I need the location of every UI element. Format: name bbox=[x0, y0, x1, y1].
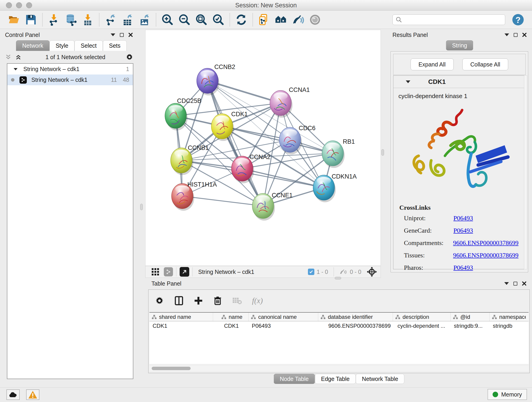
detach-view-button[interactable] bbox=[180, 267, 189, 277]
section-expander-icon[interactable] bbox=[406, 80, 410, 83]
cell-database-identifier[interactable]: 9606.ENSP00000378699 bbox=[318, 323, 393, 329]
export-network-button[interactable] bbox=[104, 13, 118, 27]
bottom-splitter-handle[interactable] bbox=[335, 277, 341, 279]
table-row[interactable]: CDK1 CDK1 P06493 9606.ENSP00000378699 cy… bbox=[149, 321, 529, 331]
show-columns-icon[interactable] bbox=[174, 296, 184, 306]
search-input[interactable] bbox=[402, 17, 502, 23]
first-neighbors-button[interactable] bbox=[274, 13, 288, 27]
open-session-button[interactable] bbox=[7, 13, 21, 27]
results-scrollbar[interactable] bbox=[524, 75, 527, 269]
add-column-icon[interactable] bbox=[194, 296, 203, 305]
memory-button[interactable]: Memory bbox=[488, 389, 527, 400]
delete-column-trash-icon[interactable] bbox=[213, 296, 222, 305]
selected-nodes-checkbox[interactable] bbox=[308, 269, 314, 275]
close-panel-icon[interactable] bbox=[128, 32, 133, 37]
cdk1-section-header[interactable]: CDK1 bbox=[393, 76, 525, 88]
network-node-CDKN1A[interactable]: CDKN1A bbox=[313, 173, 357, 202]
collapse-panel-icon[interactable] bbox=[111, 33, 115, 36]
import-network-file-button[interactable] bbox=[47, 13, 61, 27]
network-node-RB1[interactable]: RB1 bbox=[322, 138, 355, 168]
clone-network-button[interactable] bbox=[257, 13, 271, 27]
collapse-panel-icon[interactable] bbox=[504, 282, 509, 285]
column-header-database-identifier[interactable]: database identifier bbox=[318, 313, 393, 321]
column-header-description[interactable]: description bbox=[393, 313, 451, 321]
collapse-all-button[interactable]: Collapse All bbox=[462, 58, 508, 70]
network-overview-toggle[interactable] bbox=[164, 267, 173, 276]
right-splitter-handle[interactable] bbox=[381, 149, 384, 156]
table-options-gear-icon[interactable] bbox=[155, 296, 164, 305]
hidden-eye-icon[interactable] bbox=[339, 268, 348, 275]
tab-string[interactable]: String bbox=[446, 40, 473, 51]
network-options-gear-icon[interactable] bbox=[126, 53, 133, 61]
crosshair-icon[interactable] bbox=[367, 267, 377, 277]
network-node-CDC6[interactable]: CDC6 bbox=[279, 125, 316, 154]
column-header-shared-name[interactable]: shared name bbox=[149, 313, 213, 321]
export-image-button[interactable] bbox=[138, 13, 152, 27]
save-session-button[interactable] bbox=[24, 13, 38, 27]
cell-id[interactable]: stringdb:9... bbox=[451, 323, 490, 329]
crosslink-tissues-link[interactable]: 9606.ENSP00000378699 bbox=[453, 252, 519, 259]
tab-node-table[interactable]: Node Table bbox=[273, 374, 315, 384]
crosslink-compartments-link[interactable]: 9606.ENSP00000378699 bbox=[453, 239, 519, 247]
network-canvas[interactable]: CCNB2CCNA1CDC25BCDK1CDC6RB1CCNB1CCNA2CDK… bbox=[145, 30, 381, 266]
close-panel-icon[interactable] bbox=[522, 281, 526, 286]
birdseye-grid-icon[interactable] bbox=[151, 268, 160, 276]
expand-all-icon[interactable] bbox=[15, 54, 22, 61]
column-header-canonical-name[interactable]: canonical name bbox=[249, 313, 318, 321]
tab-network-table[interactable]: Network Table bbox=[356, 374, 404, 384]
network-edge-HIST1H1A-CCNE1[interactable] bbox=[182, 196, 263, 206]
help-button[interactable]: ? bbox=[511, 13, 525, 27]
warning-status-button[interactable] bbox=[26, 389, 39, 400]
zoom-out-button[interactable] bbox=[177, 13, 191, 27]
network-edge-CCNA2-CDKN1A[interactable] bbox=[242, 169, 324, 188]
close-panel-icon[interactable] bbox=[522, 32, 527, 37]
float-panel-icon[interactable] bbox=[514, 33, 518, 37]
collection-expander-icon[interactable] bbox=[14, 68, 18, 70]
network-node-CCNB2[interactable]: CCNB2 bbox=[197, 64, 235, 96]
scrollbar-thumb[interactable] bbox=[152, 367, 191, 370]
tab-select[interactable]: Select bbox=[75, 40, 103, 51]
network-node-CCNA2[interactable]: CCNA2 bbox=[231, 153, 270, 183]
show-graphics-details-button[interactable] bbox=[308, 13, 322, 27]
crosslink-pharos-link[interactable]: P06493 bbox=[453, 264, 473, 271]
expand-all-button[interactable]: Expand All bbox=[411, 58, 454, 70]
column-header-id[interactable]: @id bbox=[451, 313, 490, 321]
collapse-all-icon[interactable] bbox=[5, 54, 12, 61]
fit-content-button[interactable] bbox=[195, 13, 208, 27]
network-node-CDK1[interactable]: CDK1 bbox=[211, 111, 248, 141]
cell-canonical-name[interactable]: P06493 bbox=[249, 323, 318, 329]
cell-shared-name[interactable]: CDK1 bbox=[149, 323, 213, 329]
delete-table-icon[interactable] bbox=[232, 296, 242, 306]
crosslink-genecard-link[interactable]: P06493 bbox=[453, 227, 473, 234]
import-network-database-button[interactable] bbox=[64, 13, 78, 27]
import-table-file-button[interactable] bbox=[81, 13, 95, 27]
export-table-button[interactable] bbox=[121, 13, 134, 27]
zoom-selected-button[interactable] bbox=[211, 13, 225, 27]
network-row[interactable]: String Network – cdk1 11 48 bbox=[7, 75, 133, 85]
network-node-CCNE1[interactable]: CCNE1 bbox=[252, 192, 293, 221]
cell-name[interactable]: CDK1 bbox=[213, 323, 249, 329]
function-builder-button[interactable]: f(x) bbox=[252, 296, 263, 305]
cell-namespace[interactable]: stringdb bbox=[490, 323, 529, 329]
apply-layout-button[interactable] bbox=[234, 13, 248, 27]
tab-sets[interactable]: Sets bbox=[103, 40, 127, 51]
cell-description[interactable]: cyclin-dependent ... bbox=[393, 323, 451, 329]
float-panel-icon[interactable] bbox=[513, 282, 517, 286]
search-box[interactable] bbox=[393, 14, 505, 25]
column-header-namespace[interactable]: namespace bbox=[490, 313, 529, 321]
network-node-HIST1H1A[interactable]: HIST1H1A bbox=[172, 181, 217, 211]
tab-edge-table[interactable]: Edge Table bbox=[315, 374, 356, 384]
float-panel-icon[interactable] bbox=[120, 33, 124, 37]
zoom-in-button[interactable] bbox=[161, 13, 174, 27]
network-node-CDC25B[interactable]: CDC25B bbox=[165, 97, 201, 130]
tab-style[interactable]: Style bbox=[50, 40, 75, 51]
left-splitter-handle[interactable] bbox=[140, 204, 143, 210]
table-horizontal-scrollbar[interactable] bbox=[149, 366, 529, 371]
collapse-panel-icon[interactable] bbox=[505, 33, 509, 36]
cloud-status-button[interactable] bbox=[6, 389, 20, 400]
crosslink-uniprot-link[interactable]: P06493 bbox=[453, 215, 473, 222]
network-node-CCNA1[interactable]: CCNA1 bbox=[270, 86, 310, 118]
tab-network[interactable]: Network bbox=[16, 40, 50, 51]
column-header-name[interactable]: name bbox=[213, 313, 249, 321]
collection-row[interactable]: String Network – cdk1 1 bbox=[7, 64, 133, 75]
